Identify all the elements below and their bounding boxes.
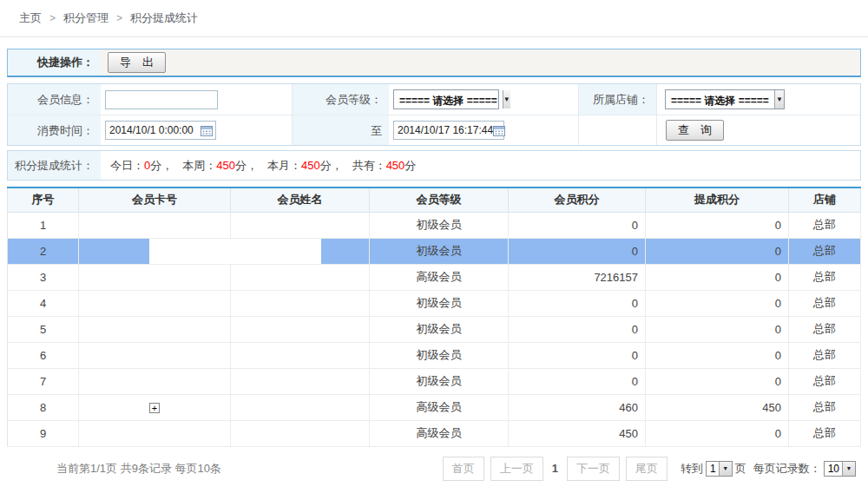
- cell-index: 6: [8, 342, 79, 368]
- cell-member-level: 初级会员: [370, 290, 509, 316]
- cell-commission-points: 0: [646, 368, 789, 394]
- table-row[interactable]: 7初级会员00总部: [8, 368, 861, 394]
- chevron-down-icon: ▼: [774, 90, 784, 109]
- cell-member-level: 初级会员: [370, 368, 509, 394]
- member-level-select[interactable]: ===== 请选择 ===== ▼: [393, 89, 499, 109]
- member-info-cell: [101, 84, 292, 115]
- member-level-select-value: ===== 请选择 =====: [394, 90, 503, 109]
- cell-member-level: 高级会员: [370, 420, 509, 446]
- column-header-2: 会员姓名: [231, 188, 370, 212]
- cell-store: 总部: [789, 316, 861, 342]
- goto-page-suffix: 页: [735, 461, 746, 477]
- table-row[interactable]: 3高级会员72161570总部: [8, 264, 861, 290]
- stat-total-value: 450: [386, 159, 405, 172]
- store-select[interactable]: ===== 请选择 ===== ▼: [665, 89, 785, 109]
- breadcrumb-item-points-management[interactable]: 积分管理: [63, 11, 108, 24]
- member-info-input[interactable]: [105, 90, 218, 109]
- goto-label: 转到: [681, 461, 703, 477]
- cell-store: 总部: [789, 290, 861, 316]
- cell-member-name: [231, 394, 370, 420]
- cell-commission-points: 0: [646, 342, 789, 368]
- table-row[interactable]: 4初级会员00总部: [8, 290, 861, 316]
- cell-card-number: +: [79, 394, 231, 420]
- cell-member-points: 0: [509, 238, 646, 264]
- cell-index: 4: [8, 290, 79, 316]
- stat-today: 今日：0分，: [110, 158, 173, 174]
- current-page-number: 1: [552, 462, 558, 475]
- cell-member-level: 初级会员: [370, 316, 509, 342]
- column-header-6: 店铺: [789, 188, 861, 212]
- cell-index: 7: [8, 368, 79, 394]
- cell-member-level: 初级会员: [370, 212, 509, 238]
- chevron-down-icon: ▼: [719, 462, 732, 476]
- cell-store: 总部: [789, 394, 861, 420]
- page-size-select[interactable]: 10 ▼: [824, 461, 856, 477]
- table-row[interactable]: 2初级会员00总部: [8, 238, 861, 264]
- breadcrumb-item-home[interactable]: 主页: [19, 11, 42, 24]
- time-to-value: 2014/10/17 16:17:44: [398, 124, 493, 136]
- page-size-label: 每页记录数：: [753, 461, 821, 477]
- cell-member-points: 460: [509, 394, 646, 420]
- cell-member-points: 0: [509, 342, 646, 368]
- prev-page-button[interactable]: 上一页: [490, 457, 543, 481]
- stat-total: 共有：450分: [352, 158, 417, 174]
- cell-index: 1: [8, 212, 79, 238]
- table-row[interactable]: 9高级会员4500总部: [8, 420, 861, 446]
- cell-member-name: [231, 212, 370, 238]
- quick-actions-bar: 快捷操作： 导 出: [7, 49, 861, 77]
- cell-card-number: [79, 342, 231, 368]
- cell-index: 9: [8, 420, 79, 446]
- page-size-select-value: 10: [825, 462, 842, 476]
- cell-card-number: [79, 368, 231, 394]
- column-header-5: 提成积分: [646, 188, 789, 212]
- column-header-3: 会员等级: [370, 188, 509, 212]
- quick-actions-label: 快捷操作：: [8, 49, 101, 76]
- commission-stats-bar: 积分提成统计： 今日：0分， 本周：450分， 本月：450分， 共有：450分: [7, 150, 861, 181]
- calendar-icon[interactable]: [493, 125, 505, 136]
- chevron-down-icon: ▼: [842, 462, 855, 476]
- goto-page-group: 转到 1 ▼ 页 每页记录数： 10 ▼: [681, 461, 856, 477]
- time-from-input[interactable]: 2014/10/1 0:00:00: [105, 121, 216, 140]
- cell-store: 总部: [789, 342, 861, 368]
- cell-store: 总部: [789, 264, 861, 290]
- table-footer: 当前第1/1页 共9条记录 每页10条 首页 上一页 1 下一页 尾页 转到 1…: [7, 447, 861, 490]
- cell-member-level: 初级会员: [370, 238, 509, 264]
- filter-panel: 会员信息： 会员等级： ===== 请选择 ===== ▼ 所属店铺： ====…: [7, 83, 861, 146]
- cell-member-level: 高级会员: [370, 264, 509, 290]
- last-page-button[interactable]: 尾页: [626, 457, 667, 481]
- cell-member-name: [231, 368, 370, 394]
- cell-store: 总部: [789, 238, 861, 264]
- cell-card-number: [79, 420, 231, 446]
- cell-member-points: 0: [509, 316, 646, 342]
- column-header-4: 会员积分: [509, 188, 646, 212]
- store-cell: ===== 请选择 ===== ▼: [656, 84, 860, 115]
- commission-stats-values: 今日：0分， 本周：450分， 本月：450分， 共有：450分: [101, 151, 425, 180]
- first-page-button[interactable]: 首页: [443, 457, 484, 481]
- table-row[interactable]: 6初级会员00总部: [8, 342, 861, 368]
- calendar-icon[interactable]: [201, 125, 213, 136]
- next-page-button[interactable]: 下一页: [567, 457, 620, 481]
- member-info-label: 会员信息：: [8, 84, 101, 115]
- expand-plus-icon[interactable]: +: [149, 403, 160, 413]
- stat-month: 本月：450分，: [267, 158, 343, 174]
- time-to-input[interactable]: 2014/10/17 16:17:44: [393, 121, 504, 140]
- export-button[interactable]: 导 出: [108, 52, 166, 73]
- goto-page-select[interactable]: 1 ▼: [706, 461, 733, 477]
- table-row[interactable]: 8+高级会员460450总部: [8, 394, 861, 420]
- cell-card-number: [79, 316, 231, 342]
- cell-member-points: 0: [509, 368, 646, 394]
- cell-member-name: [231, 342, 370, 368]
- cell-store: 总部: [789, 420, 861, 446]
- cell-member-points: 450: [509, 420, 646, 446]
- consume-time-label: 消费时间：: [8, 115, 101, 145]
- cell-member-level: 初级会员: [370, 342, 509, 368]
- table-row[interactable]: 1初级会员00总部: [8, 212, 861, 238]
- commission-stats-label: 积分提成统计：: [8, 151, 101, 180]
- cell-member-name: [231, 290, 370, 316]
- table-row[interactable]: 5初级会员00总部: [8, 316, 861, 342]
- cell-card-number: [79, 290, 231, 316]
- stat-week-value: 450: [216, 159, 235, 172]
- time-from-cell: 2014/10/1 0:00:00: [101, 115, 292, 145]
- cell-store: 总部: [789, 368, 861, 394]
- search-button[interactable]: 查 询: [666, 120, 724, 141]
